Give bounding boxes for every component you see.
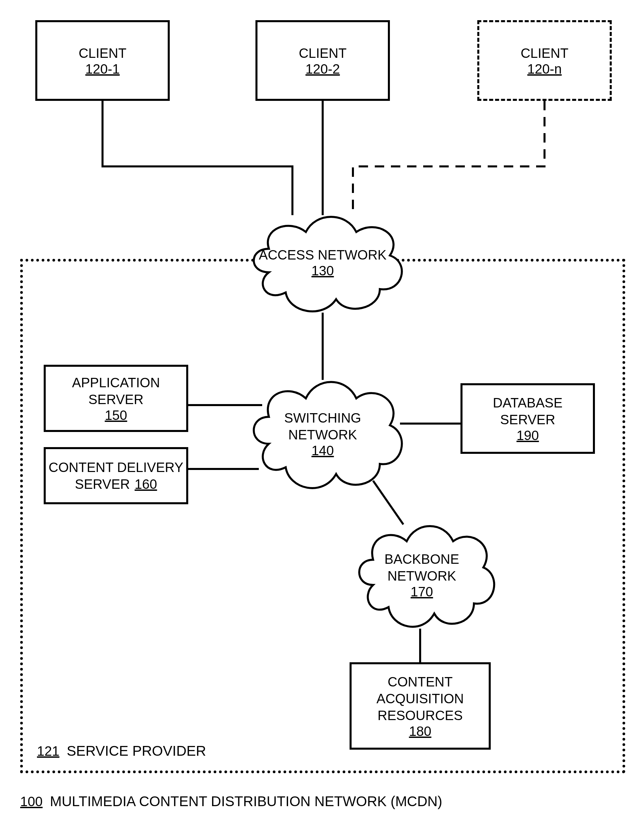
content-acquisition-label3: RESOURCES [378,707,463,724]
switching-network-ref: 140 [284,443,361,458]
access-network-ref: 130 [259,263,387,278]
application-server-label2: SERVER [88,391,143,408]
access-network-cloud: ACCESS NETWORK 130 [235,205,410,319]
service-provider-ref: 121 [37,744,60,758]
backbone-network-ref: 170 [384,584,459,599]
client-n-box: CLIENT 120-n [477,20,612,101]
backbone-network-label-2: NETWORK [384,567,459,584]
diagram-canvas: CLIENT 120-1 CLIENT 120-2 CLIENT 120-n A… [0,0,644,829]
access-network-label: ACCESS NETWORK [259,246,387,263]
content-delivery-label2a: SERVER [75,476,130,492]
switching-network-label-2: NETWORK [284,426,361,443]
service-provider-label: 121 SERVICE PROVIDER [37,743,206,759]
backbone-network-cloud: BACKBONE NETWORK 170 [343,514,501,635]
service-provider-container [20,259,625,773]
client-1-ref: 120-1 [85,61,120,77]
client-1-box: CLIENT 120-1 [35,20,170,101]
database-server-label2: SERVER [500,411,555,428]
footer-text: MULTIMEDIA CONTENT DISTRIBUTION NETWORK … [50,793,442,809]
footer-label: 100 MULTIMEDIA CONTENT DISTRIBUTION NETW… [20,793,442,810]
client-n-label: CLIENT [521,45,568,61]
database-server-label1: DATABASE [493,394,562,411]
backbone-network-label-1: BACKBONE [384,551,459,567]
client-2-ref: 120-2 [305,61,340,77]
client-n-ref: 120-n [527,61,562,77]
content-acquisition-ref: 180 [409,724,431,739]
application-server-box: APPLICATION SERVER 150 [44,365,188,432]
service-provider-text: SERVICE PROVIDER [66,743,206,759]
client-2-label: CLIENT [299,45,346,61]
application-server-ref: 150 [105,408,128,423]
application-server-label1: APPLICATION [72,374,160,391]
client-1-label: CLIENT [79,45,126,61]
client-2-box: CLIENT 120-2 [255,20,390,101]
switching-network-cloud: SWITCHING NETWORK 140 [235,370,410,498]
database-server-box: DATABASE SERVER 190 [460,383,595,454]
footer-ref: 100 [20,794,43,809]
content-acquisition-label2: ACQUISITION [376,690,464,707]
content-delivery-server-box: CONTENT DELIVERY SERVER 160 [44,447,188,504]
content-acquisition-box: CONTENT ACQUISITION RESOURCES 180 [350,662,491,750]
content-delivery-ref: 160 [135,477,157,492]
switching-network-label-1: SWITCHING [284,410,361,426]
database-server-ref: 190 [516,428,539,443]
content-delivery-label1: CONTENT DELIVERY [49,459,184,476]
content-acquisition-label1: CONTENT [387,673,452,690]
